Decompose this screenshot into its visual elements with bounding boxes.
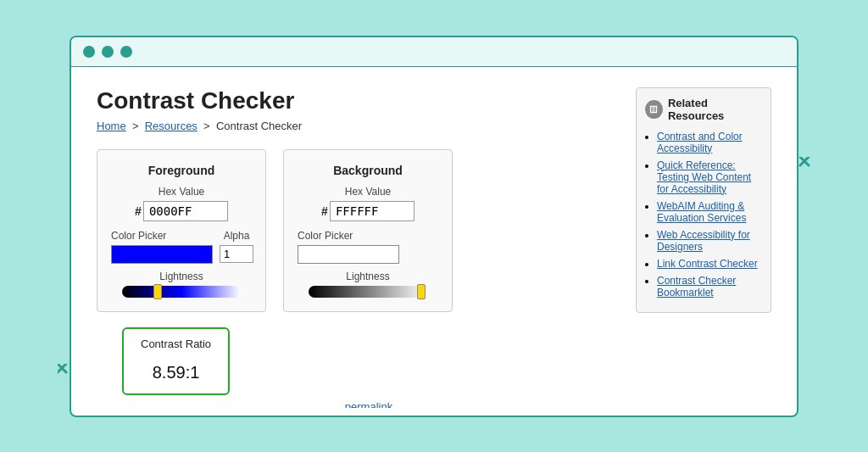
- browser-dot-1: [83, 46, 95, 58]
- page-title: Contrast Checker: [97, 87, 615, 114]
- list-item: Contrast and Color Accessibility: [657, 131, 762, 154]
- contrast-label: Contrast Ratio: [141, 338, 211, 350]
- related-icon: [645, 100, 663, 119]
- foreground-title: Foreground: [111, 164, 252, 177]
- related-list: Contrast and Color Accessibility Quick R…: [645, 131, 762, 299]
- related-title: Related Resources: [668, 97, 762, 122]
- sidebar: Related Resources Contrast and Color Acc…: [636, 87, 771, 388]
- breadcrumb: Home > Resources > Contrast Checker: [97, 120, 615, 132]
- contrast-number: 8.59: [153, 363, 186, 382]
- list-item: Quick Reference: Testing Web Content for…: [657, 159, 762, 195]
- background-lightness-label: Lightness: [298, 271, 438, 282]
- contrast-ratio-box: Contrast Ratio 8.59:1: [122, 327, 230, 395]
- checker-panels: Foreground Hex Value # Color Picker: [97, 149, 615, 312]
- background-title: Background: [298, 164, 438, 177]
- related-link-5[interactable]: Contrast Checker Bookmarklet: [657, 275, 736, 299]
- foreground-alpha-label: Alpha: [224, 230, 250, 242]
- related-link-4[interactable]: Link Contrast Checker: [657, 258, 758, 270]
- browser-titlebar: [71, 37, 797, 67]
- foreground-lightness-label: Lightness: [111, 271, 252, 282]
- related-link-1[interactable]: Quick Reference: Testing Web Content for…: [657, 159, 751, 195]
- foreground-hex-label: Hex Value: [111, 186, 252, 198]
- foreground-lightness-thumb[interactable]: [153, 284, 162, 299]
- background-hex-label: Hex Value: [298, 186, 438, 198]
- browser-dot-2: [102, 46, 114, 58]
- contrast-suffix: :1: [186, 363, 200, 382]
- foreground-lightness-slider[interactable]: [122, 286, 241, 298]
- foreground-panel: Foreground Hex Value # Color Picker: [97, 149, 266, 312]
- background-lightness-thumb[interactable]: [417, 284, 426, 299]
- background-hex-row: #: [298, 201, 438, 221]
- foreground-hash: #: [135, 204, 142, 218]
- related-link-3[interactable]: Web Accessibility for Designers: [657, 229, 750, 253]
- foreground-alpha-row: Color Picker Alpha: [111, 230, 252, 271]
- related-link-0[interactable]: Contrast and Color Accessibility: [657, 131, 743, 154]
- browser-dot-3: [120, 46, 132, 58]
- list-item: Contrast Checker Bookmarklet: [657, 275, 762, 299]
- foreground-color-swatch[interactable]: [111, 245, 213, 264]
- foreground-color-picker-col: Color Picker: [111, 230, 213, 271]
- main-content: Contrast Checker Home > Resources > Cont…: [97, 87, 615, 388]
- background-hex-input[interactable]: [330, 201, 415, 221]
- background-color-swatch[interactable]: [298, 245, 399, 264]
- breadcrumb-current: Contrast Checker: [216, 120, 302, 132]
- background-panel: Background Hex Value # Color Picker Ligh…: [283, 149, 453, 312]
- foreground-alpha-col: Alpha: [220, 230, 253, 263]
- browser-window: Contrast Checker Home > Resources > Cont…: [70, 36, 798, 417]
- list-item: WebAIM Auditing & Evaluation Services: [657, 200, 762, 224]
- background-lightness-slider[interactable]: [309, 286, 427, 298]
- related-header: Related Resources: [645, 97, 762, 122]
- foreground-color-picker-label: Color Picker: [111, 230, 213, 242]
- breadcrumb-home[interactable]: Home: [97, 120, 126, 132]
- foreground-hex-input[interactable]: [143, 201, 228, 221]
- foreground-hex-row: #: [111, 201, 252, 221]
- permalink[interactable]: permalink: [122, 400, 615, 408]
- related-link-2[interactable]: WebAIM Auditing & Evaluation Services: [657, 200, 746, 224]
- list-item: Web Accessibility for Designers: [657, 229, 762, 253]
- related-resources-box: Related Resources Contrast and Color Acc…: [636, 87, 771, 313]
- breadcrumb-resources[interactable]: Resources: [145, 120, 198, 132]
- background-color-picker-label: Color Picker: [298, 230, 438, 242]
- background-hash: #: [321, 204, 328, 218]
- contrast-value: 8.59:1: [141, 354, 211, 385]
- browser-content: Contrast Checker Home > Resources > Cont…: [71, 67, 797, 408]
- list-item: Link Contrast Checker: [657, 258, 762, 270]
- foreground-alpha-input[interactable]: [220, 245, 253, 263]
